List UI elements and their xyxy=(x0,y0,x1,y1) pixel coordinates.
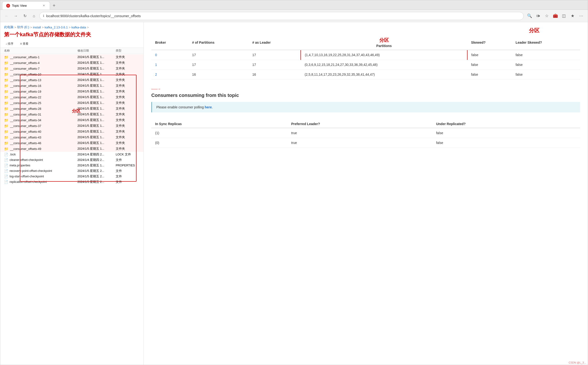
tab-favicon xyxy=(6,4,10,8)
col-date[interactable]: 修改日期 xyxy=(77,49,116,53)
favorites-button[interactable]: ☆ xyxy=(543,12,551,20)
split-view-button[interactable]: ◫ xyxy=(560,12,568,20)
list-item[interactable]: 📁__consumer_offsets-4 2024/1/5 星期五 1... … xyxy=(0,60,143,66)
col-name[interactable]: 名称 xyxy=(4,49,77,53)
home-button[interactable]: ⌂ xyxy=(30,12,37,20)
extensions-button[interactable]: 🧰 xyxy=(552,12,559,20)
back-button[interactable]: ← xyxy=(3,12,10,20)
sort-button[interactable]: ↓ 排序 xyxy=(4,41,15,47)
list-item[interactable]: 📁__consumer_offsets-37 2024/1/5 星期五 1...… xyxy=(0,123,143,129)
broker-1-partitions-count: 17 xyxy=(188,60,249,70)
broker-1-leader-skewed: false xyxy=(512,60,580,70)
col-in-sync: In Sync Replicas xyxy=(151,120,287,128)
list-item[interactable]: 📁__consumer_offsets-31 2024/1/5 星期五 1...… xyxy=(0,112,143,118)
list-item[interactable]: 📁__consumer_offsets-40 2024/1/5 星期五 1...… xyxy=(0,129,143,135)
col-broker: Broker xyxy=(151,35,188,50)
broker-2-skewed: false xyxy=(467,70,512,79)
list-item[interactable]: 📁__consumer_offsets-46 2024/1/5 星期五 1...… xyxy=(0,140,143,146)
list-item[interactable]: 📁__consumer_offsets-49 2024/1/5 星期五 1...… xyxy=(0,146,143,152)
broker-2-leader-skewed: false xyxy=(512,70,580,79)
list-item[interactable]: 📄.lock 2024/1/4 星期四 2... LOCK 文件 xyxy=(0,152,143,157)
browser-toolbar-icons: 🔍 🕪 ☆ 🧰 ◫ ★ ⋯ xyxy=(526,12,585,20)
broker-0-partitions-count: 17 xyxy=(188,50,249,60)
list-item[interactable]: 📁__consumer_offsets-10 2024/1/5 星期五 1...… xyxy=(0,72,143,77)
list-item[interactable]: 📁__consumer_offsets-25 2024/1/5 星期五 1...… xyxy=(0,100,143,106)
list-item[interactable]: 📁__consumer_offsets-19 2024/1/5 星期五 1...… xyxy=(0,89,143,95)
file-list: 📁__consumer_offsets-1 2024/1/5 星期五 1... … xyxy=(0,54,143,365)
address-bar[interactable]: ℹ localhost:9000/clusters/kafka-cluster/… xyxy=(39,12,524,20)
partitions-annotation-wrapper: 分区 xyxy=(151,27,537,34)
partitions-column-annotation: 分区 xyxy=(379,37,389,43)
replica-1-in-sync: (0) xyxy=(151,138,287,148)
broker-table-header-row: Broker # of Partitions # as Leader 分区 Pa… xyxy=(151,35,580,50)
col-preferred-leader: Preferred Leader? xyxy=(287,120,432,128)
replica-0-in-sync: (1) xyxy=(151,128,287,138)
list-item[interactable]: 📄cleaner-offset-checkpoint 2024/1/4 星期四 … xyxy=(0,157,143,163)
broker-1-link[interactable]: 1 xyxy=(155,63,157,67)
col-partitions: 分区 Partitions xyxy=(301,35,467,50)
list-item[interactable]: 📄log-start-offset-checkpoint 2024/1/5 星期… xyxy=(0,174,143,179)
broker-2-as-leader: 16 xyxy=(248,70,301,79)
list-item[interactable]: 📁__consumer_offsets-28 2024/1/5 星期五 1...… xyxy=(0,106,143,112)
file-explorer-panel: 此电脑 > 软件 (E:) > install > kafka_2.13-3.6… xyxy=(0,22,144,365)
col-skewed: Skewed? xyxy=(467,35,512,50)
broker-row-0: 0 17 17 (1,4,7,10,13,16,19,22,25,28,31,3… xyxy=(151,50,580,60)
collections-button[interactable]: ★ xyxy=(569,12,576,20)
consumers-title: Consumers consuming from this topic xyxy=(151,93,580,98)
breadcrumb-kafka[interactable]: kafka_2.13-3.6.1 xyxy=(45,26,68,29)
consumer-polling-link[interactable]: here xyxy=(205,105,212,109)
broker-2-link[interactable]: 2 xyxy=(155,73,157,76)
new-tab-button[interactable]: + xyxy=(50,1,58,10)
read-aloud-button[interactable]: 🕪 xyxy=(534,12,542,20)
watermark: CSDN @L_3... xyxy=(569,361,586,364)
annotation-title: 第一个kafka节点的存储数据的文件夹 xyxy=(4,31,140,38)
list-item[interactable]: 📄meta.properties 2024/1/5 星期五 1... PROPE… xyxy=(0,163,143,168)
breadcrumb: 此电脑 > 软件 (E:) > install > kafka_2.13-3.6… xyxy=(4,25,140,29)
topic-view-panel: 分区 Broker # of Partitions # as Leader 分区… xyxy=(144,22,588,365)
col-leader-skewed: Leader Skewed? xyxy=(512,35,580,50)
list-item[interactable]: 📁__consumer_offsets-1 2024/1/5 星期五 1... … xyxy=(0,54,143,60)
list-item[interactable]: 📄replication-offset-checkpoint 2024/1/5 … xyxy=(0,179,143,185)
broker-1-skewed: false xyxy=(467,60,512,70)
list-item[interactable]: 📁__consumer_offsets-43 2024/1/5 星期五 1...… xyxy=(0,135,143,140)
breadcrumb-computer[interactable]: 此电脑 xyxy=(4,25,13,29)
breadcrumb-kafka-data[interactable]: kafka-data xyxy=(72,26,86,29)
list-item[interactable]: 📁__consumer_offsets-34 2024/1/5 星期五 1...… xyxy=(0,118,143,123)
url-text: localhost:9000/clusters/kafka-cluster/to… xyxy=(46,14,520,18)
search-button[interactable]: 🔍 xyxy=(526,12,533,20)
reload-button[interactable]: ↻ xyxy=(21,12,29,20)
active-tab[interactable]: Topic View ✕ xyxy=(2,1,50,10)
tab-close-button[interactable]: ✕ xyxy=(42,4,46,8)
breadcrumb-install[interactable]: install xyxy=(33,26,41,29)
browser-content: 此电脑 > 软件 (E:) > install > kafka_2.13-3.6… xyxy=(0,22,588,365)
arrow-hint: ——→ xyxy=(151,87,580,91)
file-list-header: 名称 修改日期 类型 xyxy=(0,48,143,54)
tab-title: Topic View xyxy=(12,4,27,7)
replicas-table: In Sync Replicas Preferred Leader? Under… xyxy=(151,120,580,148)
replicas-header-row: In Sync Replicas Preferred Leader? Under… xyxy=(151,120,580,128)
col-partitions-count: # of Partitions xyxy=(188,35,249,50)
breadcrumb-drive[interactable]: 软件 (E:) xyxy=(17,25,29,29)
partitions-annotation-text: 分区 xyxy=(529,27,539,34)
list-item[interactable]: 📁__consumer_offsets-13 2024/1/5 星期五 1...… xyxy=(0,77,143,83)
forward-button[interactable]: → xyxy=(12,12,19,20)
broker-2-partitions: (2,5,8,11,14,17,20,23,26,29,32,35,38,41,… xyxy=(301,70,467,79)
broker-table: Broker # of Partitions # as Leader 分区 Pa… xyxy=(151,35,580,79)
broker-1-as-leader: 17 xyxy=(248,60,301,70)
list-item[interactable]: 📁__consumer_offsets-22 2024/1/5 星期五 1...… xyxy=(0,95,143,100)
consumer-notice: Please enable consumer polling here. xyxy=(151,102,580,112)
list-item[interactable]: 📁__consumer_offsets-7 2024/1/5 星期五 1... … xyxy=(0,66,143,72)
annotation-banner: 此电脑 > 软件 (E:) > install > kafka_2.13-3.6… xyxy=(0,22,143,40)
replica-1-under-replicated: false xyxy=(432,138,580,148)
menu-button[interactable]: ⋯ xyxy=(577,12,585,20)
broker-1-partitions: (0,3,6,9,12,15,18,21,24,27,30,33,36,39,4… xyxy=(301,60,467,70)
list-item[interactable]: 📁__consumer_offsets-16 2024/1/5 星期五 1...… xyxy=(0,83,143,89)
browser-window: Topic View ✕ + ← → ↻ ⌂ ℹ localhost:9000/… xyxy=(0,0,588,365)
broker-row-1: 1 17 17 (0,3,6,9,12,15,18,21,24,27,30,33… xyxy=(151,60,580,70)
replica-0-under-replicated: false xyxy=(432,128,580,138)
view-button[interactable]: ≡ 查看 xyxy=(19,41,30,47)
col-type[interactable]: 类型 xyxy=(116,49,140,53)
col-as-leader: # as Leader xyxy=(248,35,301,50)
broker-0-link[interactable]: 0 xyxy=(155,53,157,57)
list-item[interactable]: 📄recovery-point-offset-checkpoint 2024/1… xyxy=(0,168,143,174)
